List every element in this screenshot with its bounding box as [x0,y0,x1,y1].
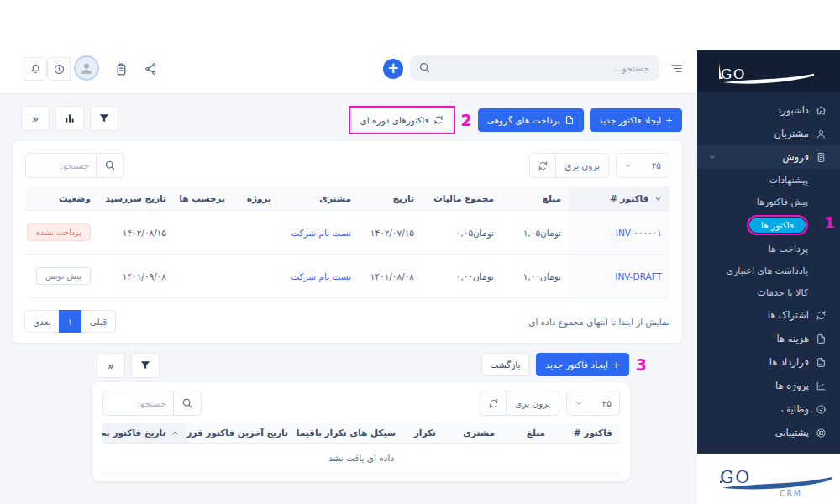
global-search-input[interactable] [410,55,659,81]
collapse-double-chevron-icon[interactable]: « [97,353,125,378]
filter-funnel-icon[interactable] [131,353,160,378]
check-circle-icon [816,404,827,415]
invoices-export-button[interactable]: برون بری [555,153,609,178]
invoices-toolbar: ۲۵ برون بری [25,153,669,178]
col-next-invoice-date[interactable]: تاریخ فاکتور بعدی [102,423,186,444]
sidebar-item-invoices-active[interactable]: فاکتور ها [749,218,806,233]
col-tags[interactable]: برچسب ها [174,186,233,211]
customer-link[interactable]: تست نام شرکت [291,271,351,281]
col-last-child-invoice-date[interactable]: تاریخ آخرین فاکتور فرزند [186,423,296,444]
back-button[interactable]: بازگشت [481,353,530,376]
col-invoice-number[interactable]: فاکتور # [569,186,669,211]
recurring-card: ۲۵ برون بری [92,382,630,481]
status-badge: پرداخت نشده [27,223,91,241]
recurring-search-input[interactable] [102,391,173,416]
sidebar-item-projects[interactable]: پروژه ها [697,374,840,397]
recurring-search-icon[interactable] [173,391,202,416]
annotation-box-invoices: فاکتور ها [747,215,808,235]
invoices-search [25,153,124,178]
invoices-header-row: فاکتور # مبلغ مجموع مالیات تاریخ مشتری پ… [25,186,669,211]
sidebar-item-estimates[interactable]: پیش فاکتورها [697,191,840,213]
bulk-payments-button[interactable]: پرداخت های گروهی [478,108,584,132]
recurring-page-size-select[interactable]: ۲۵ [566,391,620,416]
sidebar-item-items[interactable]: کالا یا خدمات [697,281,840,303]
invoices-search-icon[interactable] [96,153,124,178]
life-ring-icon [816,428,827,438]
sidebar-item-contracts[interactable]: قرارداد ها [697,350,840,374]
invoices-table-footer: نمایش از ابتدا تا انتهای مجموع داده ای ق… [25,310,669,333]
sidebar-item-customers[interactable]: مشتریان [697,122,840,145]
recurring-search [102,391,202,416]
sidebar-item-expenses[interactable]: هزینه ها [697,327,840,350]
recurring-toolbar: ۲۵ برون بری [102,391,620,416]
todo-clipboard-icon[interactable] [114,62,129,76]
notifications-bell-icon[interactable] [24,57,47,81]
empty-state-text: داده ای یافت نشد [102,444,620,474]
summary-chart-icon[interactable] [55,106,84,131]
annotation-step-1: 1 [824,213,835,232]
invoice-actions: + ایجاد فاکتور جدید پرداخت های گروهی 2 ف… [349,106,682,134]
quick-create-plus-icon[interactable]: + [383,59,403,79]
filter-funnel-icon[interactable] [90,106,118,131]
chevron-down-icon [708,153,717,161]
sidebar-item-sales[interactable]: فروش [697,145,840,169]
col-repeat[interactable]: تکرار [403,423,444,444]
col-invoice-number[interactable]: فاکتور # [553,423,620,444]
invoice-number-link[interactable]: INV-DRAFT [615,271,662,281]
user-icon [816,129,827,139]
col-project[interactable]: پروژه [233,186,279,211]
invoices-search-input[interactable] [25,153,96,178]
col-customer[interactable]: مشتری [279,186,359,211]
collapse-double-chevron-icon[interactable]: « [21,106,50,131]
recurring-invoices-button[interactable]: فاکتورهای دوره ای [351,108,453,132]
timers-clock-icon[interactable] [47,57,71,81]
recurring-view-controls: « [97,353,160,378]
sidebar-item-subscriptions[interactable]: اشتراک ها [697,303,840,327]
sidebar-item-support[interactable]: پشتیبانی [697,421,840,444]
invoices-page-size-select[interactable]: ۲۵ [616,153,669,178]
create-invoice-button[interactable]: + ایجاد فاکتور جدید [590,108,682,132]
sidebar-item-proposals[interactable]: پیشنهادات [697,169,840,191]
home-icon [816,105,827,116]
create-invoice-button-recurring[interactable]: + ایجاد فاکتور جدید [536,353,628,376]
col-due-date[interactable]: تاریخ سررسید [98,186,174,211]
sidebar-item-payments[interactable]: پرداخت ها [697,238,840,260]
pagination: قبلی ۱ بعدی [25,310,116,333]
screen: + « [0,0,840,504]
invoices-refresh-icon[interactable] [529,153,556,178]
col-amount[interactable]: مبلغ [501,186,569,211]
col-total-tax[interactable]: مجموع مالیات [422,186,501,211]
search-icon [418,61,431,74]
user-avatar[interactable] [74,55,99,81]
share-icon[interactable] [144,62,158,76]
col-remaining-cycles[interactable]: سیکل های تکرار باقیمانده [296,423,403,444]
customer-link[interactable]: تست نام شرکت [291,228,351,238]
col-amount[interactable]: مبلغ [502,423,553,444]
recurring-export-button[interactable]: برون بری [506,391,559,416]
sidebar-item-credit-notes[interactable]: یادداشت های اعتباری [697,260,840,281]
status-badge: پیش نویس [36,267,91,285]
recurring-header-row: فاکتور # مبلغ مشتری تکرار سیکل های تکرار… [102,423,620,444]
pagination-page-1[interactable]: ۱ [59,310,81,333]
pagination-next[interactable]: بعدی [24,310,60,333]
recurring-refresh-icon[interactable] [480,391,507,416]
plus-icon: + [665,115,673,125]
col-date[interactable]: تاریخ [359,186,422,211]
invoice-number-link[interactable]: INV-۰۰۰۰۰۱ [616,228,662,238]
sidebar-brand-logo: A RGO [697,50,840,92]
contract-file-icon [816,357,827,368]
table-row: INV-۰۰۰۰۰۱ ۱,۰۵تومان ۰,۰۵تومان ۱۴۰۲/۰۷/۱… [25,211,669,255]
global-search [410,55,659,81]
sidebar-item-dashboard[interactable]: داشبورد [697,98,840,122]
annotation-box-recurring: فاکتورهای دوره ای [349,106,455,134]
sidebar-toggle-menu-icon[interactable] [669,62,684,75]
table-view-controls: « [21,106,118,131]
invoices-card: ۲۵ برون بری [13,141,682,343]
recurring-toolbar-right: ۲۵ برون بری [480,391,620,416]
col-customer[interactable]: مشتری [444,423,502,444]
topbar: + [0,0,697,94]
sidebar-item-tasks[interactable]: وظایف [697,397,840,421]
col-status[interactable]: وضعیت [25,186,98,211]
recurring-table: فاکتور # مبلغ مشتری تکرار سیکل های تکرار… [102,423,620,444]
pagination-prev[interactable]: قبلی [81,310,116,333]
